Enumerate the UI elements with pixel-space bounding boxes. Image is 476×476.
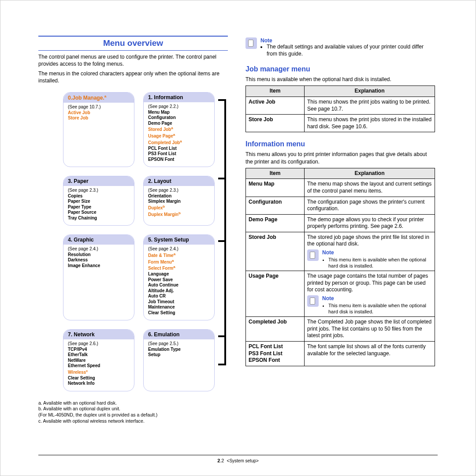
menu-box-4: 4. Graphic (See page 2.4.)ResolutionDark… <box>63 234 134 320</box>
info-menu-intro: This menu allows you to print printer in… <box>245 151 435 165</box>
note-top: Note The default settings and available … <box>245 37 435 57</box>
intro-p1: The control panel menus are used to conf… <box>38 53 228 67</box>
menu-box-2: 2. Layout (See page 2.3.)OrientationSimp… <box>143 176 215 226</box>
right-column: Note The default settings and available … <box>245 36 435 424</box>
info-menu-table: Item Explanation Menu MapThe menu map sh… <box>245 168 435 366</box>
footer-text: 2.2 <System setup> <box>0 458 476 463</box>
footnotes: a. Available with an optional hard disk.… <box>38 400 228 424</box>
menu-box-0: 0.Job Manage.a (See page 10.7.)Active Jo… <box>63 92 134 167</box>
menu-grid: 0.Job Manage.a (See page 10.7.)Active Jo… <box>63 92 218 391</box>
left-column: Menu overview The control panel menus ar… <box>38 36 228 424</box>
menu-box-1: 1. Information (See page 2.2.)Menu MapCo… <box>143 92 215 167</box>
note-icon <box>245 37 257 49</box>
footer-rule <box>38 455 438 455</box>
menu-box-5: 5. System Setup (See page 2.4.)Date & Ti… <box>143 234 215 320</box>
menu-box-7: 7. Network (See page 2.6.)TCP/IPv4EtherT… <box>63 329 134 391</box>
menu-box-6: 6. Emulation (See page 2.5.)Emulation Ty… <box>143 329 215 391</box>
heading-overview: Menu overview <box>38 36 228 51</box>
heading-job-manager: Job manager menu <box>245 65 435 73</box>
intro-p2: The menus in the colored characters appe… <box>38 70 228 84</box>
menu-box-3: 3. Paper (See page 2.3.)CopiesPaper Size… <box>63 176 134 226</box>
heading-info-menu: Information menu <box>245 140 435 148</box>
job-manager-table: Item Explanation Active JobThis menu sho… <box>245 86 435 132</box>
job-manager-intro: This menu is available when the optional… <box>245 76 435 83</box>
